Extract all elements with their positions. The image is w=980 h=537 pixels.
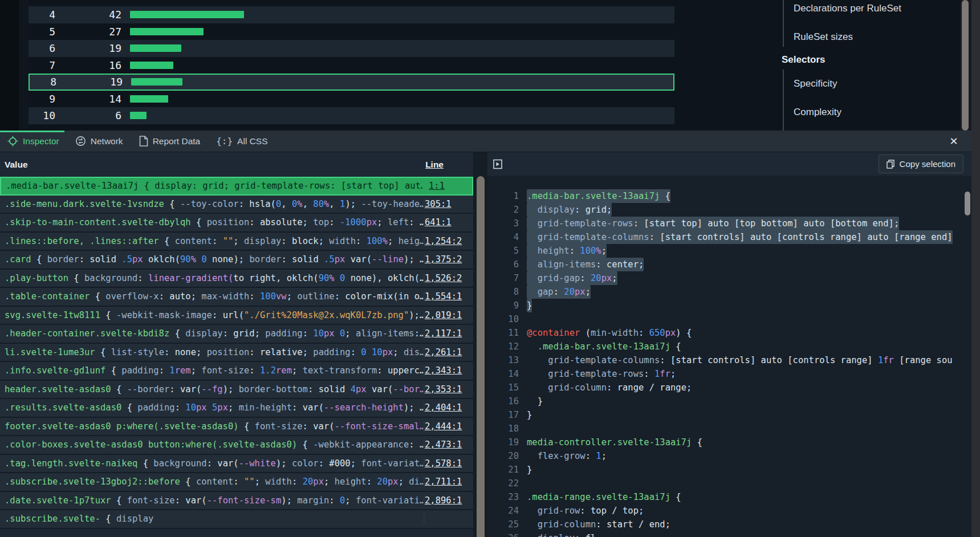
chart-row[interactable]: 619	[29, 40, 674, 57]
code-token-sel: .media-bar.svelte-13aai7j	[6, 181, 139, 191]
code-token-pun: :	[137, 273, 148, 283]
line-link[interactable]: 1,375:2	[425, 254, 462, 265]
code-token-pun: ;	[639, 259, 644, 270]
row-count-value: 19	[56, 76, 123, 88]
chart-row[interactable]: 527	[29, 23, 674, 40]
code-token-num: 20	[377, 477, 388, 487]
code-token-sel: .play-button	[5, 273, 68, 283]
line-link[interactable]: 2,711:1	[425, 477, 462, 487]
sidebar-item-specificity[interactable]: Specificity	[794, 70, 861, 98]
code-token-pun: {	[239, 421, 255, 432]
code-token-pun: ;	[670, 369, 676, 379]
line-column-header[interactable]: Line	[425, 160, 473, 170]
line-link[interactable]: 2,404:1	[425, 402, 462, 413]
code-token-sel: .color-boxes.svelte-asdas0 button:where(…	[5, 440, 297, 450]
code-token-pun	[207, 402, 212, 413]
code-token-val: [start controls] auto [controls range]	[670, 355, 878, 365]
close-panel-button[interactable]: ✕	[948, 135, 960, 148]
line-link[interactable]: 1:1	[429, 181, 445, 191]
tab-inspector[interactable]: Inspector	[7, 136, 59, 147]
page-scrollbar-thumb[interactable]	[962, 0, 969, 131]
table-row[interactable]: .side-menu.dark.svelte-1vsndze { --toy-c…	[0, 196, 473, 214]
value-cell: .side-menu.dark.svelte-1vsndze { --toy-c…	[0, 199, 425, 209]
sidebar-item-ruleset-sizes[interactable]: RuleSet sizes	[794, 23, 901, 51]
chart-row-selected[interactable]: 819	[29, 74, 674, 91]
tab-network[interactable]: Network	[75, 136, 123, 147]
table-row[interactable]: .color-boxes.svelte-asdas0 button:where(…	[0, 436, 473, 455]
line-link[interactable]: 2,353:1	[425, 384, 462, 394]
sidebar-item-pseudo-classes[interactable]: Pseudo classes	[794, 127, 861, 131]
table-row[interactable]: .date.svelte-1p7tuxr { font-size: var(--…	[0, 492, 473, 511]
table-row[interactable]: .play-button { background: linear-gradie…	[0, 270, 473, 288]
line-link[interactable]: 2,343:1	[425, 365, 462, 376]
line-link[interactable]: 1,254:2	[425, 236, 462, 246]
code-token-num: 100	[260, 291, 276, 302]
sidebar-item-declarations-per-ruleset[interactable]: Declarations per RuleSet	[794, 0, 901, 23]
code-token-num: 0	[340, 495, 345, 506]
line-link[interactable]: 2,117:1	[425, 328, 462, 339]
line-link[interactable]: 2,261:1	[425, 347, 462, 357]
code-token-prop: list-style	[111, 347, 164, 357]
code-line: 10	[487, 312, 971, 326]
table-row[interactable]: footer.svelte-asdas0 p:where(.svelte-asd…	[0, 418, 473, 437]
code-scrollbar-thumb[interactable]	[965, 192, 970, 215]
table-row[interactable]: .skip-to-main-content.svelte-dbylqh { po…	[0, 214, 473, 233]
code-token-pun: (	[580, 328, 591, 338]
line-link[interactable]: 2,578:1	[425, 458, 462, 469]
line-link[interactable]: 1,554:1	[425, 291, 462, 302]
table-row[interactable]: .results.svelte-asdas0 { padding: 10px 5…	[0, 399, 473, 418]
code-token-prop: -webkit-mask-image	[116, 310, 212, 320]
table-row[interactable]: .card { border: solid .5px oklch(90% 0 n…	[0, 251, 473, 270]
code-line: 16 }	[487, 394, 971, 408]
panel-toggle-icon[interactable]	[493, 158, 504, 170]
code-token-pun: :	[249, 347, 260, 357]
table-row[interactable]: .table-container { overflow-x: auto; max…	[0, 288, 473, 307]
code-token-pun: :	[570, 246, 580, 256]
line-link[interactable]: 305:1	[425, 199, 452, 209]
sidebar-group-selectors: SpecificityComplexityPseudo classes	[783, 70, 861, 131]
code-token-pun: :	[164, 347, 175, 357]
table-row[interactable]: li.svelte-1ume3ur { list-style: none; po…	[0, 344, 473, 363]
code-area[interactable]: 1.media-bar.svelte-13aai7j {2 display: g…	[487, 176, 971, 537]
table-row[interactable]: .tag.length.svelte-naikeq { background: …	[0, 455, 473, 474]
code-token-sel: footer.svelte-asdas0 p:where(.svelte-asd…	[5, 421, 239, 432]
code-token-prop: align-items	[356, 328, 414, 339]
table-row[interactable]: svg.svelte-1tw8111 { -webkit-mask-image:…	[0, 307, 473, 326]
copy-selection-button[interactable]: Copy selection	[879, 154, 963, 173]
code-token-pun	[527, 205, 538, 215]
chart-row[interactable]: 716	[29, 57, 674, 74]
line-link[interactable]: 2,444:1	[425, 421, 462, 432]
line-link[interactable]: 2,473:1	[425, 440, 462, 450]
tab-all-css[interactable]: {:}All CSS	[216, 136, 267, 147]
code-token-pun	[527, 355, 548, 365]
code-token-pun: :	[580, 506, 591, 516]
table-row[interactable]: .subscribe.svelte- { display	[0, 510, 473, 529]
line-link[interactable]: 1,526:2	[425, 273, 462, 283]
table-row[interactable]: .lines::before, .lines::after { content:…	[0, 233, 473, 251]
code-token-pun: ;	[388, 236, 398, 246]
line-link[interactable]: 2,896:1	[425, 495, 462, 506]
chart-row[interactable]: 914	[29, 91, 674, 108]
chart-row[interactable]: 442	[29, 6, 674, 23]
code-token-pun: :	[607, 383, 617, 393]
page-scrollbar-track[interactable]	[960, 0, 971, 131]
code-token-val: var(	[180, 384, 201, 394]
value-cell: .play-button { background: linear-gradie…	[0, 273, 425, 283]
line-link[interactable]: 2,019:1	[425, 310, 462, 320]
sidebar-item-complexity[interactable]: Complexity	[794, 98, 861, 127]
tab-report-data[interactable]: Report Data	[139, 136, 201, 147]
code-text-selected: display: grid;	[527, 203, 612, 217]
table-row[interactable]: .subscribe.svelte-13gboj2::before { cont…	[0, 473, 473, 492]
line-cell: 1,254:2	[425, 236, 473, 246]
line-number: 9	[487, 299, 519, 312]
code-text: grid-column: start / end;	[527, 518, 670, 531]
table-row[interactable]: .header-container.svelte-kbdi8z { displa…	[0, 325, 473, 344]
table-row[interactable]: header.svelte-asdas0 { --border: var(--f…	[0, 381, 473, 400]
chart-row[interactable]: 106	[29, 107, 674, 124]
table-row-selected[interactable]: .media-bar.svelte-13aai7j { display: gri…	[0, 177, 473, 196]
code-token-pun: {	[297, 440, 313, 450]
table-scrollbar-track[interactable]	[473, 152, 487, 537]
table-scrollbar-thumb[interactable]	[477, 176, 485, 537]
line-link[interactable]: 641:1	[425, 217, 452, 227]
table-row[interactable]: .info.svelte-gd1unf { padding: 1rem; fon…	[0, 362, 473, 381]
